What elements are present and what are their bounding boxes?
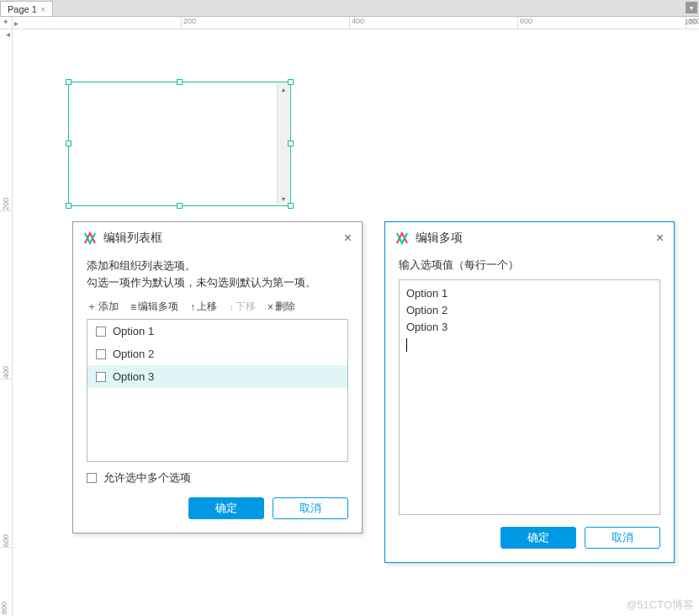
resize-handle-sw[interactable] <box>66 203 71 209</box>
scroll-up-icon[interactable]: ▴ <box>278 83 289 95</box>
ruler-tick: 400 <box>0 366 13 380</box>
resize-handle-n[interactable] <box>177 79 183 85</box>
list-item[interactable]: Option 1 <box>87 320 347 343</box>
dialog-buttons: 确定 取消 <box>399 527 660 549</box>
checkbox[interactable] <box>96 372 106 382</box>
ok-button[interactable]: 确定 <box>188 497 264 519</box>
ruler-tick: 600 <box>517 17 532 29</box>
tab-overflow-dropdown[interactable]: ▾ <box>686 2 697 13</box>
listbox-widget[interactable]: ▴ ▾ <box>68 82 291 206</box>
page-tab-bar: Page 1 × ▾ <box>0 0 699 17</box>
cancel-button[interactable]: 取消 <box>273 497 348 519</box>
arrow-down-icon: ▸ <box>3 31 12 40</box>
ruler-tick: 100 <box>685 18 697 26</box>
delete-option-button[interactable]: ×删除 <box>267 300 295 314</box>
edit-multi-dialog: 编辑多项 × 输入选项值（每行一个） Option 1 Option 2 Opt… <box>384 221 675 563</box>
ruler-vertical[interactable]: ▸ 200 400 600 800 <box>0 29 13 616</box>
dialog-title: 编辑多项 <box>416 231 656 246</box>
listbox-toolbar: ＋添加 ≡编辑多项 ↑上移 ↓下移 ×删除 <box>87 300 348 314</box>
add-option-button[interactable]: ＋添加 <box>87 300 119 314</box>
list-item[interactable]: Option 3 <box>87 365 347 388</box>
axure-logo-icon <box>395 231 409 245</box>
watermark: @51CTO博客 <box>626 597 694 613</box>
dialog-description: 勾选一项作为默认项，未勾选则默认为第一项。 <box>87 274 348 291</box>
allow-multi-label: 允许选中多个选项 <box>103 470 191 486</box>
tab-label: Page 1 <box>8 4 37 14</box>
options-textarea[interactable]: Option 1 Option 2 Option 3 <box>399 279 660 515</box>
ruler-tick: 200 <box>181 17 196 29</box>
resize-handle-s[interactable] <box>177 203 183 209</box>
options-listbox[interactable]: Option 1 Option 2 Option 3 <box>87 319 348 462</box>
resize-handle-e[interactable] <box>288 141 294 146</box>
checkbox[interactable] <box>96 349 106 359</box>
close-icon[interactable]: × <box>344 231 352 246</box>
edit-multi-button[interactable]: ≡编辑多项 <box>130 300 178 314</box>
ok-button[interactable]: 确定 <box>500 527 576 549</box>
close-icon: × <box>267 301 273 313</box>
textarea-label: 输入选项值（每行一个） <box>399 258 660 273</box>
allow-multi-select[interactable]: 允许选中多个选项 <box>87 470 348 486</box>
ruler-tick: 600 <box>0 534 13 548</box>
resize-handle-w[interactable] <box>66 141 71 146</box>
resize-handle-nw[interactable] <box>66 79 71 85</box>
origin-icon: ✦ <box>3 18 9 26</box>
resize-handle-se[interactable] <box>288 203 294 209</box>
dialog-description: 添加和组织列表选项。 <box>87 258 348 274</box>
option-label: Option 2 <box>113 348 154 360</box>
dialog-header[interactable]: 编辑列表框 × <box>73 222 362 254</box>
ruler-tick: 200 <box>0 198 13 211</box>
move-down-button[interactable]: ↓下移 <box>229 300 256 314</box>
cancel-button[interactable]: 取消 <box>585 527 660 549</box>
resize-handle-ne[interactable] <box>288 79 294 85</box>
ruler-horizontal[interactable]: ▸ 200 400 600 800 100 <box>13 17 699 29</box>
ruler-tick: 400 <box>349 17 364 29</box>
dialog-title: 编辑列表框 <box>103 231 344 246</box>
option-label: Option 3 <box>113 370 154 383</box>
move-up-button[interactable]: ↑上移 <box>190 300 217 314</box>
arrow-up-icon: ↑ <box>190 301 195 313</box>
checkbox[interactable] <box>96 327 106 337</box>
dialog-buttons: 确定 取消 <box>87 497 348 519</box>
list-item[interactable]: Option 2 <box>87 343 347 365</box>
list-icon: ≡ <box>130 301 136 313</box>
dialog-header[interactable]: 编辑多项 × <box>385 222 674 254</box>
edit-listbox-dialog: 编辑列表框 × 添加和组织列表选项。 勾选一项作为默认项，未勾选则默认为第一项。… <box>72 221 363 534</box>
textarea-content: Option 1 Option 2 Option 3 <box>406 287 447 333</box>
ruler-corner: ✦ <box>0 17 13 29</box>
arrow-right-icon: ▸ <box>14 19 19 28</box>
checkbox[interactable] <box>87 473 97 483</box>
tab-page-1[interactable]: Page 1 × <box>0 1 53 16</box>
plus-icon: ＋ <box>87 300 97 314</box>
option-label: Option 1 <box>113 325 154 337</box>
close-icon[interactable]: × <box>656 231 664 246</box>
ruler-tick: 800 <box>0 602 8 614</box>
arrow-down-icon: ↓ <box>229 301 234 313</box>
close-icon[interactable]: × <box>40 4 45 14</box>
text-cursor <box>406 338 407 352</box>
axure-logo-icon <box>83 231 97 245</box>
